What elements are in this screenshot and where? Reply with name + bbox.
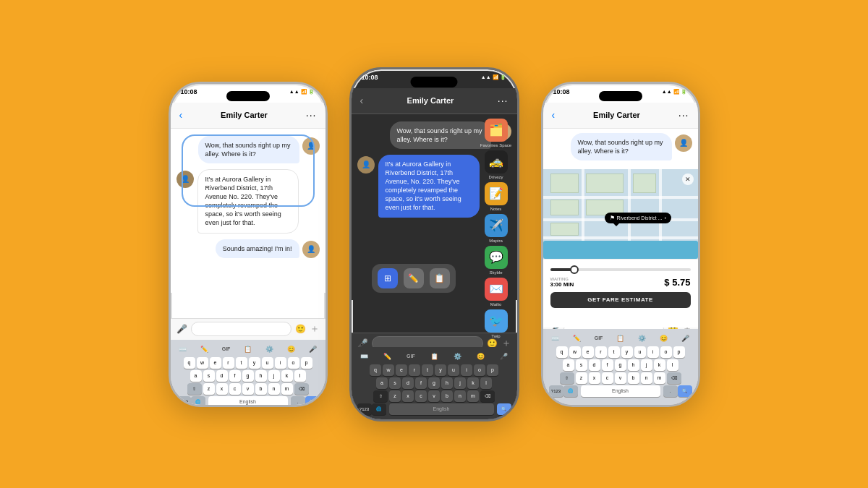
kb-icon-mic[interactable]: 🎤 xyxy=(309,346,317,353)
key-space[interactable]: English xyxy=(208,396,288,407)
kb3-icon-mic[interactable]: 🎤 xyxy=(681,335,689,342)
key-g[interactable]: g xyxy=(242,370,254,382)
k2-p[interactable]: p xyxy=(487,364,498,376)
key-y[interactable]: y xyxy=(249,357,260,369)
k3-dot[interactable]: . xyxy=(663,385,678,397)
kb3-icon-emoji[interactable]: 😊 xyxy=(660,335,668,342)
k3-t[interactable]: t xyxy=(608,346,620,358)
key-i[interactable]: i xyxy=(275,357,286,369)
k3-h[interactable]: h xyxy=(628,359,639,371)
back-button-1[interactable]: ‹ xyxy=(179,109,183,121)
key-v[interactable]: v xyxy=(242,383,254,395)
key-h[interactable]: h xyxy=(255,370,267,382)
k2-globe[interactable]: 🌐 xyxy=(372,403,386,415)
k2-e[interactable]: e xyxy=(396,364,407,376)
k3-b[interactable]: b xyxy=(628,372,639,384)
k3-k[interactable]: k xyxy=(654,359,665,371)
key-x[interactable]: x xyxy=(216,383,228,395)
key-t[interactable]: t xyxy=(236,357,247,369)
app-skyble[interactable]: 💬 Skyble xyxy=(480,246,512,275)
key-s[interactable]: s xyxy=(203,370,215,382)
k2-f[interactable]: f xyxy=(415,377,427,389)
k2-space[interactable]: English xyxy=(389,403,494,415)
key-l[interactable]: l xyxy=(294,370,306,382)
key-d[interactable]: d xyxy=(216,370,228,382)
kb3-icon-clip[interactable]: 📋 xyxy=(616,335,624,342)
app-mailio[interactable]: ✉️ Mailio xyxy=(480,278,512,307)
more-button-1[interactable]: ··· xyxy=(306,109,317,121)
key-search[interactable]: 🔍 xyxy=(305,396,320,407)
ctx-edit-btn[interactable]: ✏️ xyxy=(404,268,424,288)
k2-x[interactable]: x xyxy=(402,390,414,402)
more-button-3[interactable]: ··· xyxy=(678,109,689,121)
kb2-icon-mic[interactable]: 🎤 xyxy=(500,353,508,360)
key-z[interactable]: z xyxy=(203,383,215,395)
add-icon-1[interactable]: ＋ xyxy=(310,322,320,335)
kb2-icon-grid[interactable]: ⌨️ xyxy=(360,353,368,360)
key-globe[interactable]: 🌐 xyxy=(191,396,205,407)
map-pin[interactable]: ⚑ Riverbend District ... › xyxy=(605,213,672,223)
k3-r[interactable]: r xyxy=(595,346,607,358)
key-j[interactable]: j xyxy=(268,370,280,382)
kb-icon-gif[interactable]: GIF xyxy=(222,346,231,351)
k3-x[interactable]: x xyxy=(589,372,600,384)
k2-k[interactable]: k xyxy=(467,377,479,389)
k2-shift[interactable]: ⇧ xyxy=(373,390,388,402)
key-q[interactable]: q xyxy=(184,357,195,369)
k2-j[interactable]: j xyxy=(454,377,466,389)
key-a[interactable]: a xyxy=(190,370,202,382)
key-n[interactable]: n xyxy=(268,383,280,395)
key-m[interactable]: m xyxy=(281,383,293,395)
k2-search[interactable]: 🔍 xyxy=(497,403,511,415)
key-r[interactable]: r xyxy=(223,357,234,369)
k2-i[interactable]: i xyxy=(461,364,472,376)
k3-o[interactable]: o xyxy=(660,346,672,358)
k3-j[interactable]: j xyxy=(641,359,652,371)
k2-l[interactable]: l xyxy=(480,377,492,389)
kb2-icon-emoji[interactable]: 😊 xyxy=(477,353,485,360)
k2-a[interactable]: a xyxy=(376,377,388,389)
key-w[interactable]: w xyxy=(197,357,208,369)
k2-n[interactable]: n xyxy=(454,390,466,402)
ctx-clip-btn[interactable]: 📋 xyxy=(430,268,450,288)
k2-q[interactable]: q xyxy=(370,364,381,376)
k2-123[interactable]: ?123 xyxy=(357,403,372,415)
kb3-icon-grid[interactable]: ⌨️ xyxy=(551,335,559,342)
k3-n[interactable]: n xyxy=(641,372,652,384)
k3-p[interactable]: p xyxy=(673,346,685,358)
k2-del[interactable]: ⌫ xyxy=(480,390,495,402)
emoji-icon-1[interactable]: 🙂 xyxy=(295,324,306,334)
ctx-copy-btn[interactable]: ⊞ xyxy=(378,268,398,288)
k3-y[interactable]: y xyxy=(621,346,633,358)
key-k[interactable]: k xyxy=(281,370,293,382)
kb2-icon-clip[interactable]: 📋 xyxy=(430,353,438,360)
k3-d[interactable]: d xyxy=(589,359,600,371)
message-input-1[interactable] xyxy=(191,322,292,336)
back-button-3[interactable]: ‹ xyxy=(552,109,556,121)
k3-f[interactable]: f xyxy=(602,359,613,371)
mic-icon-1[interactable]: 🎤 xyxy=(176,324,187,334)
app-favorites[interactable]: 🗂️ Favorites Space xyxy=(480,119,512,147)
k2-g[interactable]: g xyxy=(428,377,440,389)
k3-g[interactable]: g xyxy=(615,359,626,371)
k3-q[interactable]: q xyxy=(556,346,568,358)
key-c[interactable]: c xyxy=(229,383,241,395)
k2-r[interactable]: r xyxy=(409,364,420,376)
k3-m[interactable]: m xyxy=(654,372,665,384)
k2-s[interactable]: s xyxy=(389,377,401,389)
k3-c[interactable]: c xyxy=(602,372,613,384)
k3-del[interactable]: ⌫ xyxy=(667,372,681,384)
k3-123[interactable]: ?123 xyxy=(549,385,563,397)
key-shift[interactable]: ⇧ xyxy=(187,383,202,395)
k2-t[interactable]: t xyxy=(422,364,433,376)
k3-v[interactable]: v xyxy=(615,372,626,384)
k3-shift[interactable]: ⇧ xyxy=(560,372,574,384)
app-maptra[interactable]: ✈️ Maptra xyxy=(480,214,512,243)
kb2-icon-edit[interactable]: ✏️ xyxy=(383,353,391,360)
kb3-icon-edit[interactable]: ✏️ xyxy=(573,335,581,342)
key-del[interactable]: ⌫ xyxy=(294,383,309,395)
k3-u[interactable]: u xyxy=(634,346,646,358)
k3-a[interactable]: a xyxy=(563,359,574,371)
kb-icon-grid[interactable]: ⌨️ xyxy=(179,346,187,353)
key-b[interactable]: b xyxy=(255,383,267,395)
